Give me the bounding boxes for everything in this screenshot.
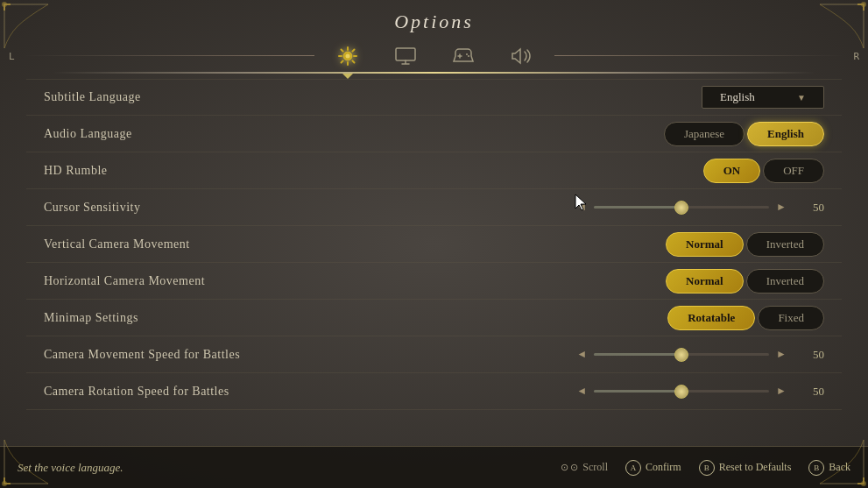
tab-audio[interactable] (505, 40, 537, 72)
minimap-rotatable[interactable]: Rotatable (667, 306, 755, 330)
confirm-action-label: Confirm (646, 461, 681, 474)
horizontal-camera-normal[interactable]: Normal (666, 269, 744, 294)
cursor-sensitivity-control: ◄ ► 50 (576, 201, 824, 215)
slider-right-arrow-icon[interactable]: ► (776, 201, 787, 214)
hd-rumble-off[interactable]: OFF (763, 159, 824, 183)
cursor-sensitivity-value: 50 (794, 201, 824, 215)
bottom-bar: Set the voice language. ⊙ ⊙ Scroll A Con… (0, 446, 868, 488)
svg-point-6 (466, 53, 468, 55)
svg-point-4 (345, 54, 349, 59)
corner-decoration-bl (0, 435, 53, 488)
minimap-fixed[interactable]: Fixed (758, 306, 824, 330)
camera-rotation-speed-control: ◄ ► 50 (576, 385, 824, 399)
svg-point-7 (468, 55, 469, 57)
horizontal-camera-control: Normal Inverted (666, 269, 824, 294)
minimap-control: Rotatable Fixed (667, 306, 824, 330)
audio-language-control: Japanese English (664, 122, 824, 146)
audio-language-english[interactable]: English (747, 122, 824, 146)
slider-fill (594, 206, 681, 209)
subtitle-language-control: English ▼ (702, 86, 824, 109)
tab-bar: L (0, 39, 868, 72)
confirm-action: A Confirm (625, 460, 681, 476)
minimap-label: Minimap Settings (44, 311, 667, 325)
horizontal-camera-label: Horizontal Camera Movement (44, 274, 666, 288)
corner-decoration-tl (0, 0, 53, 53)
scroll-label: Scroll (582, 461, 608, 474)
camera-rotation-speed-value: 50 (794, 385, 824, 399)
tab-controller[interactable] (448, 40, 479, 72)
slider-thumb[interactable] (674, 385, 688, 399)
vertical-camera-inverted[interactable]: Inverted (746, 232, 824, 257)
tab-line (53, 72, 815, 74)
vertical-camera-label: Vertical Camera Movement (44, 237, 666, 251)
reset-action-label: Reset to Defaults (719, 461, 792, 474)
horizontal-camera-inverted[interactable]: Inverted (746, 269, 824, 294)
camera-battle-speed-control: ◄ ► 50 (576, 348, 824, 362)
slider-thumb[interactable] (674, 201, 688, 215)
camera-battle-speed-value: 50 (794, 348, 824, 362)
svg-rect-5 (396, 48, 415, 60)
cursor-sensitivity-track[interactable] (594, 206, 769, 209)
slider-fill (594, 353, 681, 356)
subtitle-language-dropdown[interactable]: English ▼ (702, 86, 824, 109)
setting-vertical-camera: Vertical Camera Movement Normal Inverted (26, 226, 842, 263)
confirm-button-icon[interactable]: A (625, 460, 641, 476)
setting-horizontal-camera: Horizontal Camera Movement Normal Invert… (26, 263, 842, 300)
tab-icons (314, 40, 554, 72)
setting-camera-rotation-speed: Camera Rotation Speed for Battles ◄ ► 50 (26, 373, 842, 410)
corner-decoration-br (815, 435, 868, 488)
settings-list: Subtitle Language English ▼ Audio Langua… (0, 72, 868, 446)
hd-rumble-label: HD Rumble (44, 164, 703, 178)
tab-display[interactable] (390, 40, 421, 72)
camera-rotation-speed-track[interactable] (594, 390, 769, 393)
vertical-camera-control: Normal Inverted (666, 232, 824, 257)
setting-subtitle-language: Subtitle Language English ▼ (26, 79, 842, 116)
slider-thumb[interactable] (674, 348, 688, 362)
scroll-icon: ⊙ ⊙ (561, 462, 579, 473)
camera-battle-speed-left-icon[interactable]: ◄ (576, 348, 587, 361)
setting-cursor-sensitivity: Cursor Sensitivity ◄ ► 50 (26, 189, 842, 226)
setting-minimap: Minimap Settings Rotatable Fixed (26, 300, 842, 336)
dropdown-arrow-icon: ▼ (797, 93, 806, 103)
cursor-sensitivity-label: Cursor Sensitivity (44, 201, 576, 215)
subtitle-language-label: Subtitle Language (44, 90, 702, 104)
corner-decoration-tr (815, 0, 868, 53)
vertical-camera-normal[interactable]: Normal (666, 232, 744, 257)
setting-audio-language: Audio Language Japanese English (26, 116, 842, 152)
page-title: Options (0, 0, 868, 39)
bottom-actions: ⊙ ⊙ Scroll A Confirm B Reset to Defaults… (561, 460, 850, 476)
reset-action: B Reset to Defaults (699, 460, 792, 476)
subtitle-language-value: English (720, 90, 755, 104)
setting-camera-battle-speed: Camera Movement Speed for Battles ◄ ► 50 (26, 336, 842, 373)
tab-gameplay[interactable] (332, 40, 363, 72)
camera-rotation-speed-left-icon[interactable]: ◄ (576, 385, 587, 398)
hd-rumble-control: ON OFF (703, 159, 824, 183)
main-container: Options L (0, 0, 868, 488)
reset-button-icon[interactable]: B (699, 460, 715, 476)
camera-rotation-speed-label: Camera Rotation Speed for Battles (44, 385, 576, 399)
camera-battle-speed-label: Camera Movement Speed for Battles (44, 348, 576, 362)
hd-rumble-on[interactable]: ON (703, 159, 761, 183)
slider-fill (594, 390, 681, 393)
camera-battle-speed-right-icon[interactable]: ► (776, 348, 787, 361)
scroll-hint: ⊙ ⊙ Scroll (561, 461, 608, 474)
camera-battle-speed-track[interactable] (594, 353, 769, 356)
audio-language-label: Audio Language (44, 127, 664, 141)
slider-left-arrow-icon[interactable]: ◄ (576, 201, 587, 214)
setting-hd-rumble: HD Rumble ON OFF (26, 152, 842, 189)
audio-language-japanese[interactable]: Japanese (664, 122, 745, 146)
camera-rotation-speed-right-icon[interactable]: ► (776, 385, 787, 398)
